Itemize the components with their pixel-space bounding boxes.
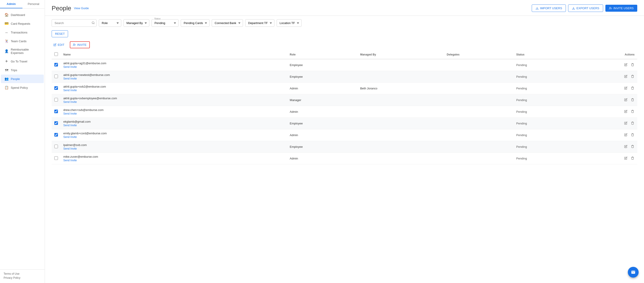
invite-toolbar-icon: [73, 43, 76, 46]
edit-row-button-5[interactable]: [624, 121, 628, 126]
sidebar-item-transactions[interactable]: ↔ Transactions: [1, 28, 44, 36]
send-invite-link[interactable]: Send Invite: [63, 159, 284, 162]
row-checkbox-3[interactable]: [54, 98, 58, 102]
privacy-policy-link[interactable]: Privacy Policy: [4, 276, 41, 280]
row-status-cell: Pending: [514, 94, 575, 106]
edit-row-icon: [624, 133, 628, 136]
row-checkbox-6[interactable]: [54, 133, 58, 136]
user-status: Pending: [516, 134, 527, 137]
tab-personal[interactable]: Personal: [22, 0, 45, 8]
row-name-cell: akhil.gupta+newtest@emburse.com Send Inv…: [61, 71, 287, 83]
action-icons: [578, 144, 634, 149]
managed-by-filter[interactable]: Managed By: [124, 19, 149, 27]
row-checkbox-cell: [52, 118, 61, 129]
send-invite-link[interactable]: Send Invite: [63, 136, 284, 138]
sidebar-item-card-requests[interactable]: 💳 Card Requests: [1, 19, 44, 28]
invite-users-button[interactable]: INVITE USERS: [606, 5, 637, 12]
row-checkbox-2[interactable]: [54, 86, 58, 90]
row-checkbox-5[interactable]: [54, 121, 58, 125]
row-checkbox-cell: [52, 106, 61, 118]
reset-button[interactable]: RESET: [52, 30, 68, 37]
delete-row-icon: [631, 156, 634, 160]
sidebar-nav: 🏠 Dashboard 💳 Card Requests ↔ Transactio…: [0, 8, 45, 269]
select-all-checkbox[interactable]: [54, 52, 58, 56]
edit-row-button-0[interactable]: [624, 63, 628, 68]
row-delegates-cell: [444, 94, 514, 106]
send-invite-link[interactable]: Send Invite: [63, 100, 284, 104]
export-users-button[interactable]: EXPORT USERS: [568, 4, 603, 12]
edit-row-button-1[interactable]: [624, 74, 628, 79]
row-status-cell: Pending: [514, 129, 575, 141]
edit-row-button-2[interactable]: [624, 86, 628, 91]
sidebar-item-go-to-travel[interactable]: ✈ Go To Travel: [1, 57, 44, 66]
delete-row-button-0[interactable]: [630, 63, 634, 68]
sidebar-item-spend-policy[interactable]: 📋 Spend Policy: [1, 83, 44, 92]
send-invite-link[interactable]: Send Invite: [63, 147, 284, 150]
svg-point-6: [74, 44, 74, 45]
delete-row-button-3[interactable]: [630, 98, 634, 102]
sidebar-item-team-cards[interactable]: 🃏 Team Cards: [1, 37, 44, 45]
action-icons: [578, 86, 634, 91]
row-status-cell: Pending: [514, 71, 575, 83]
terms-of-use-link[interactable]: Terms of Use: [4, 272, 41, 275]
edit-button[interactable]: EDIT: [52, 42, 66, 48]
delete-row-button-7[interactable]: [630, 144, 634, 149]
row-checkbox-1[interactable]: [54, 74, 58, 78]
invite-toolbar-button[interactable]: INVITE: [70, 41, 90, 48]
edit-row-button-7[interactable]: [624, 144, 628, 149]
location-tf-filter[interactable]: Location TF: [277, 19, 302, 27]
connected-bank-filter[interactable]: Connected Bank: [212, 19, 243, 27]
row-role-cell: Employee: [287, 141, 358, 153]
sidebar-item-trips[interactable]: 🗺 Trips: [1, 66, 44, 74]
edit-row-button-6[interactable]: [624, 133, 628, 138]
row-delegates-cell: [444, 129, 514, 141]
import-users-button[interactable]: IMPORT USERS: [532, 4, 566, 12]
row-checkbox-8[interactable]: [54, 156, 58, 160]
send-invite-link[interactable]: Send Invite: [63, 89, 284, 92]
delete-row-button-1[interactable]: [630, 74, 634, 79]
pending-cards-filter[interactable]: Pending Cards: [181, 19, 210, 27]
send-invite-link[interactable]: Send Invite: [63, 77, 284, 80]
sidebar-item-people[interactable]: 👥 People: [1, 74, 44, 83]
edit-row-icon: [624, 156, 628, 160]
table-row: mike.zuver@emburse.com Send Invite Admin…: [52, 153, 637, 164]
search-icon-button[interactable]: [92, 21, 95, 25]
delete-row-button-5[interactable]: [630, 121, 634, 126]
delete-row-button-2[interactable]: [630, 86, 634, 91]
fab-button[interactable]: [628, 267, 638, 278]
row-checkbox-cell: [52, 141, 61, 153]
transactions-icon: ↔: [4, 30, 8, 34]
search-container: [52, 19, 96, 27]
row-checkbox-7[interactable]: [54, 145, 58, 148]
delete-row-button-4[interactable]: [630, 110, 634, 114]
table-container: Name Role Managed By Delegates Status Ac…: [45, 50, 644, 164]
delete-row-icon: [631, 86, 634, 90]
send-invite-link[interactable]: Send Invite: [63, 65, 284, 68]
search-input[interactable]: [52, 19, 96, 27]
edit-row-button-4[interactable]: [624, 110, 628, 114]
table-row: ekglamb@gmail.com Send Invite Employee P…: [52, 118, 637, 129]
user-status: Pending: [516, 98, 527, 102]
send-invite-link[interactable]: Send Invite: [63, 124, 284, 127]
delete-row-button-6[interactable]: [630, 133, 634, 138]
col-actions: Actions: [575, 50, 637, 59]
sidebar-footer: Terms of Use Privacy Policy: [0, 269, 45, 283]
row-delegates-cell: [444, 106, 514, 118]
role-filter[interactable]: Role: [99, 19, 121, 27]
edit-row-button-8[interactable]: [624, 156, 628, 161]
row-checkbox-0[interactable]: [54, 63, 58, 66]
row-managed-by-cell: [358, 71, 444, 83]
row-checkbox-4[interactable]: [54, 110, 58, 113]
header-checkbox-cell: [52, 50, 61, 59]
row-actions-cell: [575, 141, 637, 153]
delete-row-button-8[interactable]: [630, 156, 634, 161]
tab-admin[interactable]: Admin: [0, 0, 22, 8]
department-tf-filter[interactable]: Department TF: [245, 19, 274, 27]
status-filter[interactable]: Pending: [152, 19, 178, 27]
svg-point-2: [610, 7, 610, 8]
sidebar-item-reimbursable-expenses[interactable]: 👤 Reimbursable Expenses: [1, 46, 44, 57]
sidebar-item-dashboard[interactable]: 🏠 Dashboard: [1, 10, 44, 19]
view-guide-link[interactable]: View Guide: [74, 6, 89, 10]
edit-row-button-3[interactable]: [624, 98, 628, 102]
send-invite-link[interactable]: Send Invite: [63, 112, 284, 115]
